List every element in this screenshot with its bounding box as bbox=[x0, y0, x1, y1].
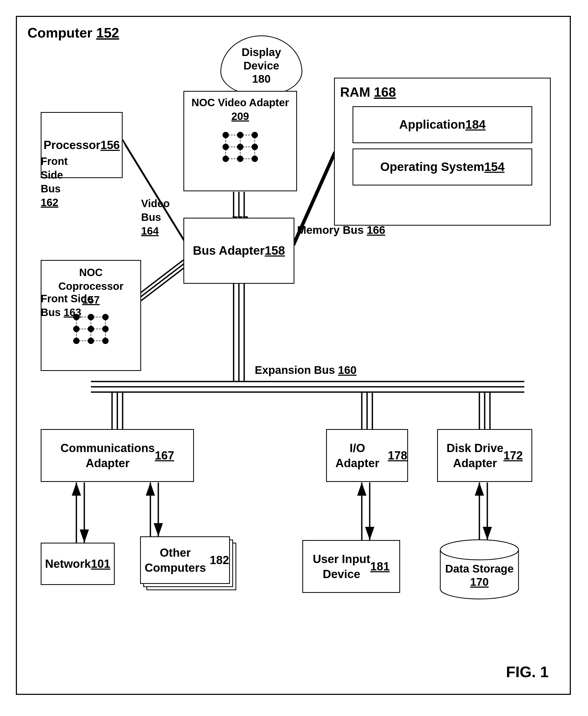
fig-label: FIG. 1 bbox=[506, 663, 549, 680]
noc-video-adapter-box: NOC Video Adapter209 bbox=[183, 91, 297, 191]
svg-point-89 bbox=[440, 540, 519, 560]
front-side-bus-163-label: Front SideBus 163 bbox=[41, 292, 93, 319]
svg-point-82 bbox=[73, 338, 80, 344]
data-storage-wrapper: Data Storage 170 bbox=[437, 540, 522, 598]
diagram-container: Computer 156152 FIG. 1 bbox=[16, 16, 571, 695]
svg-point-79 bbox=[73, 326, 80, 332]
display-device-label: DisplayDevice bbox=[241, 46, 281, 72]
svg-text:170: 170 bbox=[470, 576, 489, 588]
ram-num: 168 bbox=[374, 85, 396, 100]
io-adapter-box: I/O Adapter178 bbox=[326, 429, 408, 482]
memory-bus-166-label: Memory Bus 166 bbox=[297, 223, 385, 238]
ram-box: RAM 168 Application 184 Operating System… bbox=[334, 78, 551, 225]
data-storage-cylinder: Data Storage 170 bbox=[440, 543, 519, 595]
data-storage-svg: Data Storage 170 bbox=[440, 539, 519, 600]
other-computers-num: 182 bbox=[210, 552, 229, 567]
svg-point-55 bbox=[223, 132, 229, 138]
display-device: DisplayDevice 180 bbox=[220, 36, 302, 96]
svg-line-34 bbox=[141, 266, 186, 301]
svg-point-83 bbox=[88, 338, 94, 344]
svg-point-62 bbox=[237, 156, 244, 162]
disk-adapter-num: 172 bbox=[503, 448, 523, 463]
svg-point-60 bbox=[252, 144, 258, 150]
front-side-bus-162-label: FrontSideBus162 bbox=[41, 154, 68, 209]
processor-num: 156 bbox=[100, 137, 120, 152]
other-computers-wrapper: Other Computers182 bbox=[139, 535, 239, 595]
comm-adapter-num: 167 bbox=[155, 448, 174, 463]
svg-point-80 bbox=[88, 326, 94, 332]
display-device-num: 180 bbox=[252, 73, 271, 85]
application-box: Application 184 bbox=[353, 106, 532, 143]
svg-point-81 bbox=[102, 326, 109, 332]
noc-video-num: 209 bbox=[231, 110, 249, 122]
svg-point-61 bbox=[223, 156, 229, 162]
svg-point-58 bbox=[223, 144, 229, 150]
svg-text:Data Storage: Data Storage bbox=[445, 563, 513, 575]
computer-label: Computer 156152 bbox=[27, 25, 119, 41]
app-num: 184 bbox=[465, 117, 486, 133]
bus-adapter-box: Bus Adapter158 bbox=[183, 218, 294, 284]
bus-adapter-num: 158 bbox=[265, 243, 285, 259]
expansion-bus-160-label: Expansion Bus 160 bbox=[255, 363, 357, 377]
page: Computer 156152 FIG. 1 bbox=[0, 0, 588, 716]
network-box: Network 101 bbox=[41, 543, 115, 585]
svg-point-78 bbox=[102, 314, 109, 320]
io-adapter-num: 178 bbox=[388, 448, 407, 463]
svg-point-56 bbox=[237, 132, 244, 138]
os-box: Operating System 154 bbox=[353, 149, 532, 186]
os-num: 154 bbox=[484, 159, 504, 175]
video-bus-164-label: VideoBus164 bbox=[141, 197, 170, 238]
disk-adapter-box: Disk DriveAdapter 172 bbox=[437, 429, 532, 482]
svg-point-84 bbox=[102, 338, 109, 344]
svg-line-32 bbox=[139, 260, 183, 294]
svg-point-57 bbox=[252, 132, 258, 138]
user-input-device-box: User InputDevice 181 bbox=[302, 540, 400, 593]
user-input-num: 181 bbox=[370, 559, 390, 574]
svg-point-59 bbox=[237, 144, 244, 150]
comm-adapter-box: CommunicationsAdapter 167 bbox=[41, 429, 194, 482]
other-computers-box: Other Computers182 bbox=[140, 536, 230, 584]
svg-point-63 bbox=[252, 156, 258, 162]
network-num: 101 bbox=[91, 556, 110, 571]
svg-line-33 bbox=[140, 263, 185, 298]
noc-video-grid-svg bbox=[219, 128, 261, 166]
